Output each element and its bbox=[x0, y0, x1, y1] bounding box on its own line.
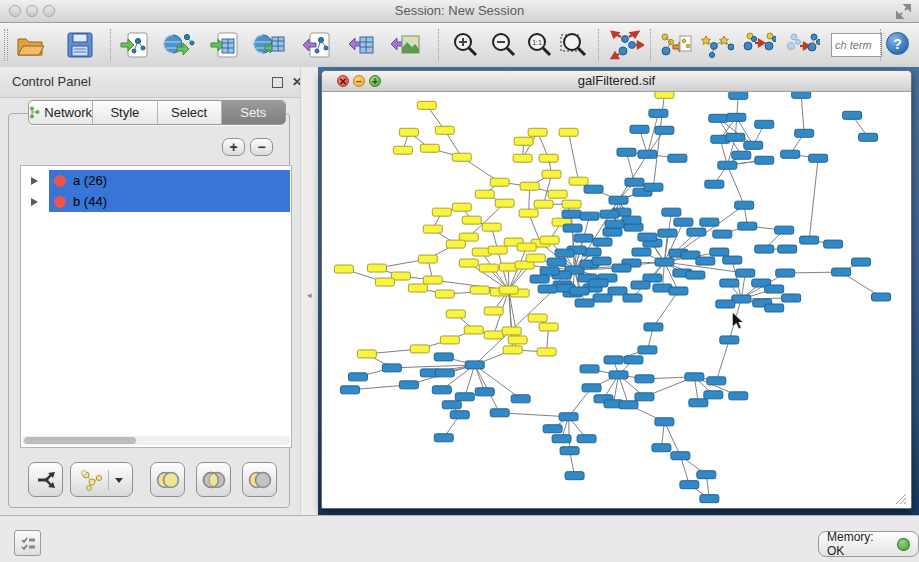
graph-node[interactable] bbox=[638, 346, 657, 354]
graph-node[interactable] bbox=[765, 304, 784, 312]
tab-sets[interactable]: Sets bbox=[222, 101, 285, 124]
help-button[interactable]: ? bbox=[886, 32, 909, 55]
graph-node[interactable] bbox=[528, 314, 547, 322]
search-input[interactable]: ch term bbox=[831, 33, 882, 57]
graph-node[interactable] bbox=[729, 92, 748, 99]
import-table-file-button[interactable] bbox=[207, 29, 241, 61]
graph-node[interactable] bbox=[577, 435, 596, 443]
graph-node[interactable] bbox=[423, 276, 442, 284]
graph-node[interactable] bbox=[563, 224, 582, 232]
graph-node[interactable] bbox=[539, 323, 558, 331]
graph-node[interactable] bbox=[552, 435, 571, 443]
graph-node[interactable] bbox=[726, 133, 745, 141]
graph-node[interactable] bbox=[528, 128, 547, 136]
graph-node[interactable] bbox=[652, 444, 671, 452]
union-sets-button[interactable] bbox=[150, 462, 185, 497]
graph-node[interactable] bbox=[674, 218, 693, 226]
graph-node[interactable] bbox=[570, 287, 589, 295]
graph-node[interactable] bbox=[513, 154, 532, 162]
graph-node[interactable] bbox=[649, 109, 668, 117]
graph-node[interactable] bbox=[632, 248, 651, 256]
graph-node[interactable] bbox=[580, 365, 599, 373]
graph-node[interactable] bbox=[668, 154, 687, 162]
graph-node[interactable] bbox=[738, 222, 757, 230]
graph-node[interactable] bbox=[520, 182, 539, 190]
graph-node[interactable] bbox=[755, 120, 774, 128]
graph-node[interactable] bbox=[575, 299, 594, 307]
graph-node[interactable] bbox=[555, 249, 574, 257]
graph-node[interactable] bbox=[700, 495, 719, 503]
graph-node[interactable] bbox=[459, 259, 478, 267]
graph-node[interactable] bbox=[707, 377, 726, 385]
graph-node[interactable] bbox=[795, 129, 814, 137]
graph-node[interactable] bbox=[455, 393, 474, 401]
graph-node[interactable] bbox=[655, 418, 674, 426]
graph-node[interactable] bbox=[686, 271, 705, 279]
intersect-sets-button[interactable] bbox=[196, 462, 231, 497]
graph-node[interactable] bbox=[781, 150, 800, 158]
graph-node[interactable] bbox=[631, 281, 650, 289]
graph-node[interactable] bbox=[604, 356, 623, 364]
graph-node[interactable] bbox=[778, 245, 797, 253]
disclosure-triangle-icon[interactable] bbox=[31, 198, 38, 206]
import-network-url-button[interactable] bbox=[162, 29, 196, 61]
graph-node[interactable] bbox=[526, 254, 545, 262]
graph-node[interactable] bbox=[559, 413, 578, 421]
graph-node[interactable] bbox=[609, 371, 628, 379]
first-neighbors-button[interactable] bbox=[700, 29, 734, 61]
graph-node[interactable] bbox=[367, 264, 386, 272]
graph-node[interactable] bbox=[503, 346, 522, 354]
graph-node[interactable] bbox=[442, 401, 461, 409]
new-network-from-selection-button[interactable] bbox=[658, 29, 692, 61]
import-table-url-button[interactable] bbox=[252, 29, 286, 61]
graph-node[interactable] bbox=[340, 386, 359, 394]
graph-node[interactable] bbox=[624, 356, 643, 364]
zoom-actual-size-button[interactable]: 1:1 bbox=[522, 29, 556, 61]
graph-node[interactable] bbox=[700, 218, 719, 226]
minimize-network-window-button[interactable]: − bbox=[353, 75, 365, 87]
graph-node[interactable] bbox=[479, 264, 498, 272]
graph-node[interactable] bbox=[792, 92, 811, 98]
graph-node[interactable] bbox=[470, 286, 489, 294]
graph-node[interactable] bbox=[843, 111, 862, 119]
fullscreen-icon[interactable] bbox=[896, 4, 911, 19]
collapse-arrow-icon[interactable]: ◂ bbox=[307, 290, 312, 300]
export-image-button[interactable] bbox=[388, 29, 422, 61]
graph-node[interactable] bbox=[540, 267, 559, 275]
graph-node[interactable] bbox=[593, 238, 612, 246]
graph-node[interactable] bbox=[735, 201, 754, 209]
window-titlebar[interactable]: Session: New Session bbox=[0, 0, 919, 23]
graph-node[interactable] bbox=[612, 264, 631, 272]
graph-node[interactable] bbox=[755, 245, 774, 253]
graph-node[interactable] bbox=[638, 233, 657, 241]
graph-node[interactable] bbox=[432, 208, 451, 216]
tab-select[interactable]: Select bbox=[158, 101, 222, 124]
graph-node[interactable] bbox=[859, 133, 878, 141]
graph-node[interactable] bbox=[434, 434, 453, 442]
graph-node[interactable] bbox=[872, 293, 891, 301]
graph-node[interactable] bbox=[357, 350, 376, 358]
memory-status-badge[interactable]: Memory: OK bbox=[818, 531, 919, 557]
graph-node[interactable] bbox=[539, 154, 558, 162]
graph-node[interactable] bbox=[765, 285, 784, 293]
graph-node[interactable] bbox=[562, 210, 581, 218]
graph-node[interactable] bbox=[644, 183, 663, 191]
graph-node[interactable] bbox=[729, 392, 748, 400]
graph-node[interactable] bbox=[744, 141, 763, 149]
graph-node[interactable] bbox=[502, 327, 521, 335]
graph-node[interactable] bbox=[530, 275, 549, 283]
graph-node[interactable] bbox=[547, 258, 566, 266]
graph-node[interactable] bbox=[704, 391, 723, 399]
graph-node[interactable] bbox=[508, 336, 527, 344]
graph-node[interactable] bbox=[782, 294, 801, 302]
graph-node[interactable] bbox=[603, 228, 622, 236]
graph-node[interactable] bbox=[775, 226, 794, 234]
maximize-network-window-button[interactable]: + bbox=[369, 75, 381, 87]
graph-node[interactable] bbox=[605, 220, 624, 228]
graph-node[interactable] bbox=[495, 199, 514, 207]
graph-node[interactable] bbox=[593, 294, 612, 302]
create-set-from-network-button[interactable] bbox=[70, 462, 133, 497]
graph-node[interactable] bbox=[348, 373, 367, 381]
graph-node[interactable] bbox=[375, 278, 394, 286]
list-item[interactable]: b (44) bbox=[21, 191, 291, 212]
